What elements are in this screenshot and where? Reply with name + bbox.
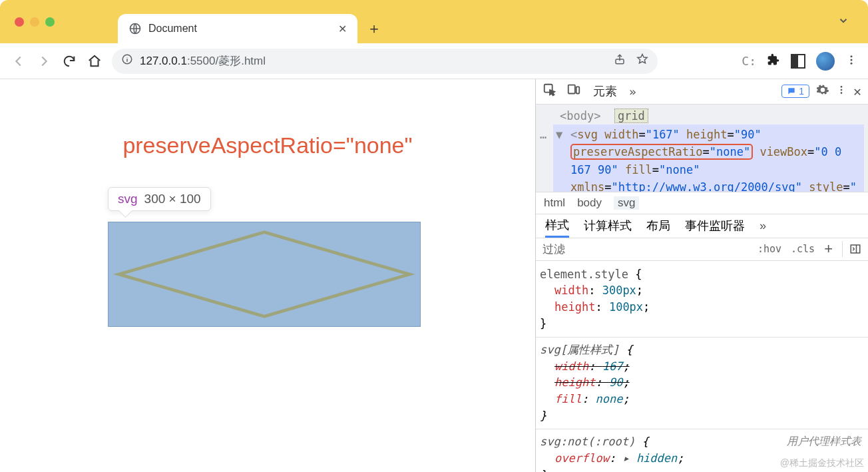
svg-point-11 [841,86,843,88]
element-inspect-tooltip: svg 300 × 100 [108,187,211,211]
reload-button[interactable] [61,53,77,69]
devtools-subtabs: 样式 计算样式 布局 事件监听器 » [536,214,868,238]
tooltip-dimensions: 300 × 100 [144,192,201,206]
minimize-window-button[interactable] [30,17,39,27]
browser-tab[interactable]: Document ✕ [118,14,357,43]
svg-rect-14 [851,245,860,253]
share-icon[interactable] [614,53,626,69]
forward-button[interactable] [36,53,52,69]
extension-c-icon[interactable]: C: [742,54,756,68]
dom-breadcrumb[interactable]: html body svg [536,192,868,214]
rule-svg-attr: svg[属性样式] { width: 167; height: 90; fill… [540,342,861,423]
address-bar[interactable]: 127.0.0.1:5500/菱形.html [112,49,658,74]
devtools-panel: 元素 » 1 ✕ <body> grid … ▼ <svg width="167… [535,79,868,472]
close-tab-button[interactable]: ✕ [335,23,349,35]
new-rule-button[interactable]: + [824,240,833,258]
close-window-button[interactable] [15,17,24,27]
svg-point-7 [851,62,853,64]
svg-point-6 [851,59,853,61]
styles-filter-bar: 过滤 :hov .cls + [536,238,868,261]
issues-badge[interactable]: 1 [781,85,809,98]
rule-element-style: element.style { width: 300px; height: 10… [540,266,861,332]
url-text: 127.0.0.1:5500/菱形.html [140,53,266,69]
subtab-layout[interactable]: 布局 [646,218,670,234]
toolbar-right: C: [742,52,857,71]
svg-rect-10 [576,87,580,94]
home-button[interactable] [87,53,103,69]
tooltip-tagname: svg [118,192,138,206]
close-devtools-button[interactable]: ✕ [853,83,861,99]
main-split: preserveAspectRatio="none" svg 300 × 100… [0,79,868,472]
svg-point-12 [841,89,843,91]
side-panel-icon[interactable] [791,54,805,69]
new-tab-button[interactable]: ＋ [367,19,381,39]
dom-tree[interactable]: <body> grid … ▼ <svg width="167" height=… [536,105,868,192]
inspect-element-icon[interactable] [542,83,557,100]
hov-toggle[interactable]: :hov [758,243,781,255]
extensions-icon[interactable] [767,53,780,69]
tabs-overflow-button[interactable] [837,15,849,29]
svg-point-13 [841,93,843,95]
globe-icon [128,22,142,35]
settings-gear-icon[interactable] [816,83,829,99]
maximize-window-button[interactable] [45,17,55,27]
crumb-svg[interactable]: svg [614,196,639,210]
window-titlebar: Document ✕ ＋ [0,0,868,43]
browser-toolbar: 127.0.0.1:5500/菱形.html C: [0,43,868,79]
tab-title: Document [148,23,329,35]
subtab-styles[interactable]: 样式 [545,214,569,238]
crumb-html[interactable]: html [544,196,565,210]
devtools-top-toolbar: 元素 » 1 ✕ [536,79,868,105]
cls-toggle[interactable]: .cls [791,243,815,255]
window-controls [15,17,55,27]
crumb-body[interactable]: body [577,196,602,210]
svg-rect-9 [568,85,575,94]
styles-filter-input[interactable]: 过滤 [542,242,748,257]
tabs-more-icon[interactable]: » [629,85,636,99]
watermark: @稀土掘金技术社区 [780,456,864,469]
subtab-computed[interactable]: 计算样式 [584,218,632,234]
subtab-listeners[interactable]: 事件监听器 [685,218,745,234]
bookmark-star-icon[interactable] [636,53,648,69]
tab-elements[interactable]: 元素 [590,83,620,99]
devtools-menu-icon[interactable] [836,85,847,98]
profile-avatar[interactable] [816,52,835,71]
inspected-svg-element[interactable] [108,222,421,327]
browser-menu-icon[interactable] [845,54,857,69]
subtabs-more-icon[interactable]: » [760,219,766,233]
back-button[interactable] [11,53,27,69]
styles-rules[interactable]: element.style { width: 300px; height: 10… [536,261,868,472]
computed-panel-toggle-icon[interactable] [842,241,861,257]
device-toolbar-icon[interactable] [566,83,581,100]
svg-point-5 [851,55,853,57]
page-headline: preserveAspectRatio="none" [0,132,535,158]
rhombus-svg [108,222,420,327]
page-viewport: preserveAspectRatio="none" svg 300 × 100 [0,79,535,472]
site-info-icon[interactable] [121,53,133,69]
